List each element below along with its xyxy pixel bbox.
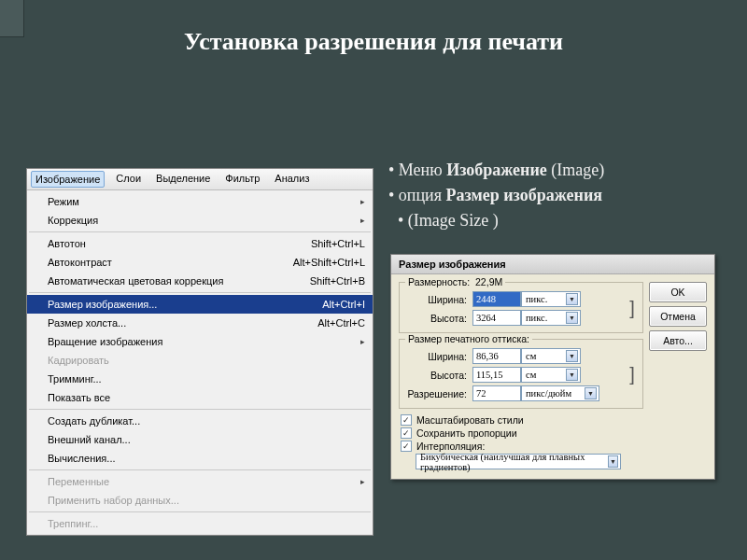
menu-item[interactable]: Вращение изображения <box>27 332 373 351</box>
menu-item: Треппинг... <box>27 514 373 533</box>
menu-item-label: Коррекция <box>48 215 98 226</box>
check-constrain[interactable]: ✓Сохранить пропорции <box>401 427 643 439</box>
pix-height-unit[interactable]: пикс.▼ <box>521 310 581 326</box>
ok-button[interactable]: OK <box>649 282 707 302</box>
menubar-item-select[interactable]: Выделение <box>152 171 214 188</box>
menu-item-label: Размер холста... <box>48 317 126 329</box>
pixel-dimensions-group: Размерность: 22,9M Ширина: пикс.▼ Высота… <box>399 282 643 333</box>
menu-item[interactable]: Внешний канал... <box>27 430 373 449</box>
checkbox-icon: ✓ <box>401 427 412 439</box>
menu-separator <box>29 231 371 232</box>
doc-height-input[interactable] <box>472 367 521 383</box>
doc-width-unit[interactable]: см▼ <box>521 348 581 364</box>
menu-item-label: Размер изображения... <box>48 299 157 310</box>
menu-separator <box>29 469 371 470</box>
menu-separator <box>29 511 371 512</box>
menu-item: Переменные <box>27 472 373 491</box>
main-menu: Изображение Слои Выделение Фильтр Анализ… <box>26 168 374 536</box>
menu-shortcut: Alt+Shift+Ctrl+L <box>293 257 365 268</box>
document-size-group: Размер печатного оттиска: Ширина: см▼ Вы… <box>399 339 643 409</box>
slide-tab-corner <box>0 0 24 37</box>
resolution-input[interactable] <box>472 385 521 401</box>
menu-item[interactable]: Тримминг... <box>27 370 373 388</box>
menu-item[interactable]: АвтоконтрастAlt+Shift+Ctrl+L <box>27 253 373 272</box>
menu-item[interactable]: Размер изображения...Alt+Ctrl+I <box>27 295 373 314</box>
menu-item-label: Переменные <box>48 476 109 487</box>
doc-width-label: Ширина: <box>405 351 472 362</box>
menu-item[interactable]: Создать дубликат... <box>27 412 373 430</box>
bullet-2: опция Размер изображения <box>388 184 604 207</box>
resolution-label: Разрешение: <box>405 388 472 399</box>
pix-width-input[interactable] <box>472 291 521 307</box>
menu-item: Применить набор данных... <box>27 491 373 510</box>
menu-item-label: Автоматическая цветовая коррекция <box>48 275 223 287</box>
chevron-down-icon: ▼ <box>608 455 618 468</box>
link-icon: ] <box>627 298 637 319</box>
menu-item[interactable]: Показать все <box>27 388 373 407</box>
doc-height-unit[interactable]: см▼ <box>521 367 581 383</box>
pix-height-input[interactable] <box>472 310 521 326</box>
chevron-down-icon: ▼ <box>566 369 578 381</box>
check-scale-styles[interactable]: ✓Масштабировать стили <box>401 414 643 426</box>
pix-width-label: Ширина: <box>405 294 472 305</box>
menu-item-label: Треппинг... <box>48 518 98 529</box>
auto-button[interactable]: Авто... <box>649 330 707 351</box>
menu-item-label: Режим <box>48 196 79 207</box>
bullet-1: Меню Изображение (Image) <box>388 159 604 182</box>
chevron-down-icon: ▼ <box>585 387 597 399</box>
doc-height-label: Высота: <box>405 370 472 381</box>
menu-separator <box>29 409 371 410</box>
menu-shortcut: Shift+Ctrl+B <box>310 275 365 287</box>
dialog-title: Размер изображения <box>391 255 714 274</box>
bullet-3: (Image Size ) <box>398 209 604 232</box>
menu-shortcut: Shift+Ctrl+L <box>311 238 365 249</box>
menu-item: Кадрировать <box>27 351 373 370</box>
checkbox-icon: ✓ <box>401 414 412 426</box>
resolution-unit[interactable]: пикс/дюйм▼ <box>521 385 599 401</box>
menu-separator <box>29 292 371 293</box>
chevron-down-icon: ▼ <box>566 312 578 324</box>
chevron-down-icon: ▼ <box>566 350 578 362</box>
menu-shortcut: Alt+Ctrl+C <box>317 317 365 329</box>
pix-width-unit[interactable]: пикс.▼ <box>521 291 581 307</box>
menu-item-label: Вычисления... <box>48 453 116 464</box>
menu-item[interactable]: Вычисления... <box>27 449 373 468</box>
menu-item[interactable]: Размер холста...Alt+Ctrl+C <box>27 314 373 332</box>
menu-item-label: Кадрировать <box>48 355 109 366</box>
checkbox-icon: ✓ <box>401 441 412 452</box>
menu-item-label: Показать все <box>48 392 110 403</box>
menu-item-label: Применить набор данных... <box>48 495 179 506</box>
menu-item[interactable]: Коррекция <box>27 211 373 230</box>
menu-item-label: Автоконтраст <box>48 257 112 268</box>
menu-item-label: Вращение изображения <box>48 336 162 347</box>
menu-item-label: Тримминг... <box>48 373 102 385</box>
menu-item[interactable]: АвтотонShift+Ctrl+L <box>27 234 373 253</box>
menubar-item-image[interactable]: Изображение <box>31 171 105 188</box>
pix-height-label: Высота: <box>405 313 472 324</box>
menu-shortcut: Alt+Ctrl+I <box>322 299 365 310</box>
menu-item-label: Автотон <box>48 238 86 249</box>
menubar-item-filter[interactable]: Фильтр <box>221 171 263 188</box>
menu-item-label: Создать дубликат... <box>48 415 140 427</box>
interpolation-combo[interactable]: Бикубическая (наилучшая для плавных град… <box>416 454 621 469</box>
menubar: Изображение Слои Выделение Фильтр Анализ <box>27 169 373 190</box>
chevron-down-icon: ▼ <box>566 293 578 305</box>
menu-item[interactable]: Режим <box>27 192 373 211</box>
link-icon: ] <box>627 364 637 385</box>
pixel-dim-size: 22,9M <box>475 276 502 287</box>
doc-size-label: Размер печатного оттиска: <box>405 333 532 344</box>
doc-width-input[interactable] <box>472 348 521 364</box>
menu-item[interactable]: Автоматическая цветовая коррекцияShift+C… <box>27 272 373 290</box>
cancel-button[interactable]: Отмена <box>649 306 707 327</box>
menubar-item-analysis[interactable]: Анализ <box>271 171 313 188</box>
menubar-item-layers[interactable]: Слои <box>112 171 145 188</box>
bullet-list: Меню Изображение (Image) опция Размер из… <box>388 159 604 235</box>
slide-title: Установка разрешения для печати <box>0 0 747 56</box>
menu-item-label: Внешний канал... <box>48 434 131 445</box>
image-size-dialog: Размер изображения Размерность: 22,9M Ши… <box>390 254 715 480</box>
pixel-dim-label: Размерность: <box>408 276 470 287</box>
check-resample[interactable]: ✓Интерполяция: <box>401 441 643 452</box>
